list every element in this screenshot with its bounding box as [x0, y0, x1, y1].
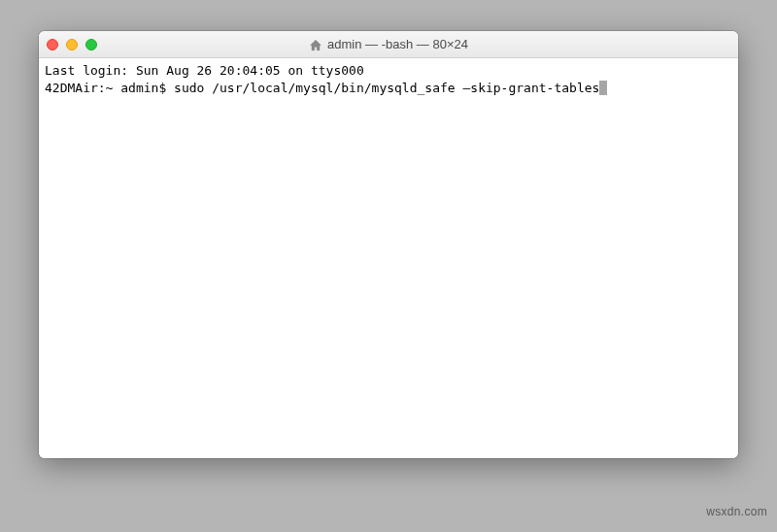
watermark-text: wsxdn.com	[706, 505, 767, 518]
window-titlebar[interactable]: admin — -bash — 80×24	[39, 31, 738, 58]
terminal-content[interactable]: Last login: Sun Aug 26 20:04:05 on ttys0…	[39, 58, 738, 458]
command-text: sudo /usr/local/mysql/bin/mysqld_safe –s…	[174, 81, 599, 95]
terminal-window: admin — -bash — 80×24 Last login: Sun Au…	[39, 31, 738, 458]
window-title: admin — -bash — 80×24	[327, 37, 468, 51]
close-button[interactable]	[47, 39, 58, 50]
minimize-button[interactable]	[66, 39, 78, 50]
maximize-button[interactable]	[85, 39, 97, 50]
prompt-prefix: 42DMAir:~ admin$	[45, 81, 166, 95]
text-cursor	[599, 81, 607, 95]
home-icon	[309, 38, 322, 50]
title-area: admin — -bash — 80×24	[39, 31, 738, 57]
last-login-line: Last login: Sun Aug 26 20:04:05 on ttys0…	[45, 62, 732, 80]
traffic-lights	[47, 39, 97, 50]
prompt-line: 42DMAir:~ admin$ sudo /usr/local/mysql/b…	[45, 80, 732, 97]
